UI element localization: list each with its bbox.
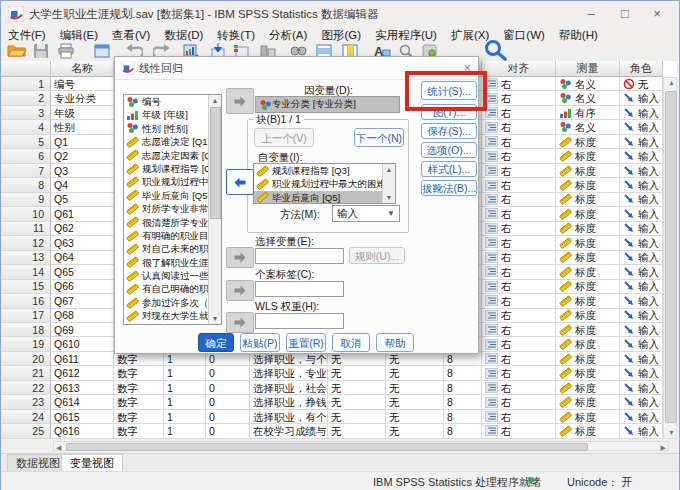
role-cell[interactable]: 输入 [620, 91, 663, 105]
tab-data-view[interactable]: 数据视图 [7, 454, 69, 472]
cell[interactable]: Q64 [51, 251, 114, 265]
role-cell[interactable]: 输入 [620, 178, 663, 192]
row-number[interactable]: 11 [1, 222, 51, 236]
cell[interactable]: 无 [328, 395, 386, 409]
horizontal-scroll-thumb[interactable] [66, 443, 588, 451]
scroll-down-icon[interactable]: ▼ [209, 313, 221, 324]
align-cell[interactable]: 右 [482, 120, 556, 134]
row-number[interactable]: 12 [1, 236, 51, 250]
cell[interactable]: Q616 [51, 424, 114, 438]
cell[interactable]: Q68 [51, 309, 114, 323]
source-variable-item[interactable]: 志愿决定因素 [Q2] [124, 149, 209, 162]
align-cell[interactable]: 右 [482, 337, 556, 351]
menu-item-编辑(E)[interactable]: 编辑(E) [53, 27, 105, 44]
cell[interactable]: Q65 [51, 265, 114, 279]
measure-cell[interactable]: 标度 [556, 366, 620, 380]
move-wls-button[interactable] [226, 312, 254, 333]
cell[interactable]: Q69 [51, 323, 114, 337]
source-variable-item[interactable]: 编号 [124, 95, 209, 108]
menu-item-图形(G)[interactable]: 图形(G) [314, 27, 368, 44]
measure-cell[interactable]: 标度 [556, 236, 620, 250]
scroll-left-icon[interactable]: ◀ [56, 443, 61, 453]
role-cell[interactable]: 输入 [620, 222, 663, 236]
measure-cell[interactable]: 标度 [556, 251, 620, 265]
role-cell[interactable]: 输入 [620, 337, 663, 351]
source-variable-item[interactable]: 对自己未来的职... [124, 242, 209, 255]
row-number[interactable]: 22 [1, 381, 51, 395]
row-number[interactable]: 3 [1, 106, 51, 120]
role-cell[interactable]: 输入 [620, 424, 663, 438]
measure-cell[interactable]: 标度 [556, 323, 620, 337]
measure-cell[interactable]: 标度 [556, 352, 620, 366]
paste-button[interactable]: 粘贴(P) [240, 333, 280, 352]
cell[interactable]: 1 [164, 366, 206, 380]
role-cell[interactable]: 输入 [620, 280, 663, 294]
align-cell[interactable]: 右 [482, 265, 556, 279]
measure-cell[interactable]: 标度 [556, 381, 620, 395]
cell[interactable]: 1 [164, 410, 206, 424]
source-variable-item[interactable]: 年级 [年级] [124, 108, 209, 121]
align-cell[interactable]: 右 [482, 178, 556, 192]
cell[interactable]: 年级 [51, 106, 114, 120]
align-cell[interactable]: 右 [482, 207, 556, 221]
cell[interactable]: 数字 [114, 424, 164, 438]
align-cell[interactable]: 右 [482, 251, 556, 265]
cell[interactable]: 8 [444, 366, 482, 380]
move-case-labels-button[interactable] [226, 280, 254, 301]
measure-cell[interactable]: 标度 [556, 294, 620, 308]
scroll-right-icon[interactable]: ▶ [661, 443, 666, 453]
align-cell[interactable]: 右 [482, 106, 556, 120]
cell[interactable]: Q612 [51, 366, 114, 380]
menu-item-数据(D)[interactable]: 数据(D) [157, 27, 210, 44]
vertical-scrollbar[interactable]: ▲ ▼ [663, 77, 677, 439]
cell[interactable]: 8 [444, 352, 482, 366]
measure-cell[interactable]: 标度 [556, 309, 620, 323]
scroll-up-icon[interactable]: ▲ [383, 164, 395, 175]
cell[interactable]: 在校学习成绩与... [250, 424, 328, 438]
cell[interactable]: 数字 [114, 410, 164, 424]
row-number[interactable]: 25 [1, 424, 51, 438]
role-cell[interactable]: 输入 [620, 323, 663, 337]
row-number[interactable]: 13 [1, 251, 51, 265]
help-button[interactable]: 帮助 [376, 333, 414, 352]
cell[interactable]: 性别 [51, 120, 114, 134]
row-number[interactable]: 2 [1, 91, 51, 105]
row-number[interactable]: 17 [1, 309, 51, 323]
measure-cell[interactable]: 标度 [556, 193, 620, 207]
role-cell[interactable]: 输入 [620, 294, 663, 308]
cell[interactable]: 无 [328, 352, 386, 366]
align-cell[interactable]: 右 [482, 193, 556, 207]
role-cell[interactable]: 无 [620, 77, 663, 91]
source-variable-item[interactable]: 有自己明确的职... [124, 282, 209, 295]
role-cell[interactable]: 输入 [620, 207, 663, 221]
source-variable-item[interactable]: 参加过许多次（... [124, 296, 209, 309]
cell[interactable]: Q4 [51, 178, 114, 192]
search-icon[interactable] [483, 39, 509, 57]
cell[interactable]: 选择职业，社会... [250, 381, 328, 395]
role-cell[interactable]: 输入 [620, 395, 663, 409]
cell[interactable]: 1 [164, 381, 206, 395]
menu-item-分析(A)[interactable]: 分析(A) [262, 27, 314, 44]
cell[interactable]: Q611 [51, 352, 114, 366]
source-variable-item[interactable]: 很了解职业生涯... [124, 256, 209, 269]
method-dropdown[interactable]: 输入 ▼ [332, 205, 400, 222]
previous-block-button[interactable]: 上一个(V) [254, 128, 314, 147]
row-number[interactable]: 6 [1, 149, 51, 163]
bootstrap-button[interactable]: 拔靴法(B)... [421, 180, 477, 196]
role-cell[interactable]: 输入 [620, 352, 663, 366]
measure-cell[interactable]: 标度 [556, 164, 620, 178]
row-number[interactable]: 20 [1, 352, 51, 366]
align-cell[interactable]: 右 [482, 77, 556, 91]
measure-cell[interactable]: 名义 [556, 120, 620, 134]
cell[interactable]: 无 [386, 352, 444, 366]
cell[interactable]: 数字 [114, 381, 164, 395]
cancel-button[interactable]: 取消 [332, 333, 370, 352]
cell[interactable]: 8 [444, 395, 482, 409]
cell[interactable]: Q61 [51, 207, 114, 221]
cell[interactable]: 选择职业，挣钱... [250, 395, 328, 409]
row-number[interactable]: 9 [1, 193, 51, 207]
source-variable-item[interactable] [124, 323, 209, 324]
cell[interactable]: 选择职业，专业... [250, 366, 328, 380]
row-number[interactable]: 19 [1, 337, 51, 351]
cell[interactable]: Q615 [51, 410, 114, 424]
